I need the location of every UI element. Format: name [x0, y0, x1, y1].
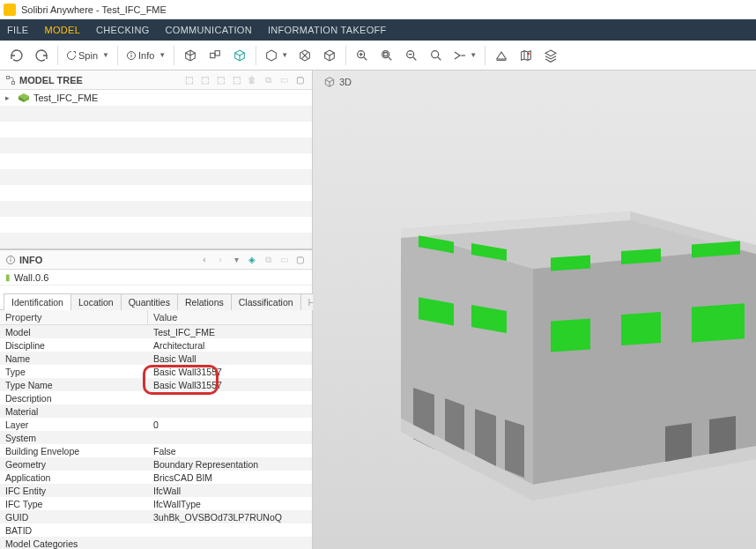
measure-icon[interactable]: ▼: [449, 44, 480, 67]
cube-cross-icon[interactable]: [293, 44, 316, 67]
info-header: INFO ‹ › ▾ ◈ ⧉ ▭ ▢: [0, 250, 312, 270]
property-row[interactable]: Material: [0, 404, 312, 418]
menu-checking[interactable]: CHECKING: [96, 25, 149, 35]
tab-relations[interactable]: Relations: [177, 293, 232, 310]
wall-icon: ▮: [5, 272, 11, 282]
menu-communication[interactable]: COMMUNICATION: [166, 25, 252, 35]
property-name: Name: [0, 353, 148, 364]
info-selected-label: Wall.0.6: [14, 272, 48, 283]
nav-back-icon[interactable]: ‹: [197, 253, 211, 267]
property-value: IfcWallType: [148, 499, 312, 509]
property-row[interactable]: BATID: [0, 523, 312, 537]
maximize-icon[interactable]: ▢: [293, 73, 307, 87]
zoom-fit-icon[interactable]: [375, 44, 398, 67]
property-name: Model: [0, 327, 148, 338]
property-row[interactable]: IFC EntityIfcWall: [0, 484, 312, 497]
tree-btn-2[interactable]: ⬚: [197, 73, 211, 87]
col-value[interactable]: Value: [148, 310, 312, 324]
property-row[interactable]: System: [0, 431, 312, 444]
property-row[interactable]: DisciplineArchitectural: [0, 338, 312, 352]
property-name: System: [0, 433, 148, 443]
window-icon[interactable]: ▭: [277, 253, 291, 267]
title-bar: Solibri Anywhere - Test_IFC_FME: [0, 0, 756, 19]
section-icon[interactable]: [490, 44, 513, 67]
property-row[interactable]: ModelTest_IFC_FME: [0, 325, 312, 338]
viewport-title-bar: 3D: [323, 76, 352, 88]
cube-teal-icon[interactable]: [228, 44, 251, 67]
info-tabs: Identification Location Quantities Relat…: [0, 293, 312, 310]
property-row[interactable]: Layer0: [0, 418, 312, 431]
property-row[interactable]: Type NameBasic Wall31557: [0, 378, 312, 391]
spin-button[interactable]: Spin ▼: [63, 44, 113, 67]
tab-classification[interactable]: Classification: [231, 293, 301, 310]
tab-location[interactable]: Location: [70, 293, 122, 310]
property-row[interactable]: ApplicationBricsCAD BIM: [0, 471, 312, 484]
trash-icon[interactable]: 🗑: [245, 73, 259, 87]
model-icon: [18, 93, 30, 103]
property-row[interactable]: GUID3uhBk_OVSBOd73LP7RUNoQ: [0, 510, 312, 523]
menu-file[interactable]: FILE: [7, 25, 28, 35]
property-row[interactable]: GeometryBoundary Representation: [0, 457, 312, 471]
cube-green-icon[interactable]: ◈: [245, 253, 259, 267]
property-row[interactable]: Building EnvelopeFalse: [0, 444, 312, 457]
chevron-down-icon: ▼: [281, 51, 288, 59]
cube-select-icon[interactable]: [179, 44, 202, 67]
window-icon[interactable]: ▭: [277, 73, 291, 87]
cubes-icon[interactable]: [204, 44, 226, 67]
wireframe-icon[interactable]: [318, 44, 341, 67]
tree-btn-4[interactable]: ⬚: [229, 73, 243, 87]
zoom-out-icon[interactable]: [400, 44, 423, 67]
nav-fwd-icon[interactable]: ›: [213, 253, 227, 267]
redo-button[interactable]: [30, 44, 53, 67]
building-model[interactable]: [357, 203, 756, 520]
menu-information-takeoff[interactable]: INFORMATION TAKEOFF: [268, 25, 387, 35]
property-row[interactable]: TypeBasic Wall31557: [0, 365, 312, 378]
viewport-3d[interactable]: 3D: [313, 70, 756, 549]
model-tree-content[interactable]: ▸ Test_IFC_FME: [0, 90, 312, 249]
svg-rect-4: [215, 50, 219, 55]
property-row[interactable]: Model Categories: [0, 537, 312, 549]
map-icon[interactable]: [515, 44, 537, 67]
property-name: Material: [0, 406, 148, 417]
zoom-in-icon[interactable]: [351, 44, 374, 67]
svg-line-8: [364, 57, 367, 60]
chevron-down-icon[interactable]: ▾: [229, 253, 243, 267]
toolbar-separator: [256, 46, 256, 65]
svg-line-15: [413, 57, 416, 60]
property-row[interactable]: IFC TypeIfcWallType: [0, 497, 312, 510]
model-tree-toolbar: ⬚ ⬚ ⬚ ⬚ 🗑 ⧉ ▭ ▢: [182, 73, 307, 87]
tree-btn-3[interactable]: ⬚: [213, 73, 227, 87]
zoom-window-icon[interactable]: [425, 44, 448, 67]
property-row[interactable]: NameBasic Wall: [0, 352, 312, 365]
tab-quantities[interactable]: Quantities: [121, 293, 178, 310]
svg-point-11: [382, 50, 389, 57]
tree-btn-1[interactable]: ⬚: [182, 73, 196, 87]
toolbar-separator: [345, 46, 346, 65]
expand-icon[interactable]: ▸: [5, 93, 14, 102]
maximize-icon[interactable]: ▢: [293, 253, 307, 267]
property-name: Application: [0, 472, 148, 483]
left-column: MODEL TREE ⬚ ⬚ ⬚ ⬚ 🗑 ⧉ ▭ ▢ ▸: [0, 70, 313, 549]
property-table-header: Property Value: [0, 310, 312, 325]
undo-button[interactable]: [5, 44, 28, 67]
property-value: 3uhBk_OVSBOd73LP7RUNoQ: [148, 512, 312, 523]
spin-label: Spin: [78, 50, 98, 61]
tree-node-root[interactable]: ▸ Test_IFC_FME: [0, 90, 312, 106]
property-value: False: [148, 446, 312, 456]
col-property[interactable]: Property: [0, 310, 148, 324]
svg-line-12: [389, 57, 391, 60]
cube-drop-icon[interactable]: ▼: [261, 44, 292, 67]
tab-identification[interactable]: Identification: [4, 293, 71, 310]
layers-icon[interactable]: [539, 44, 562, 67]
menu-bar: FILE MODEL CHECKING COMMUNICATION INFORM…: [0, 19, 756, 41]
property-row[interactable]: Description: [0, 391, 312, 404]
property-table[interactable]: Property Value ModelTest_IFC_FMEDiscipli…: [0, 310, 312, 549]
property-value: 0: [148, 419, 312, 430]
svg-rect-43: [551, 255, 590, 271]
menu-model[interactable]: MODEL: [44, 25, 80, 35]
model-tree-panel: MODEL TREE ⬚ ⬚ ⬚ ⬚ 🗑 ⧉ ▭ ▢ ▸: [0, 70, 312, 249]
copy-icon[interactable]: ⧉: [261, 253, 275, 267]
copy-icon[interactable]: ⧉: [261, 73, 275, 87]
model-tree-title: MODEL TREE: [19, 75, 178, 85]
info-button[interactable]: Info ▼: [122, 44, 169, 67]
